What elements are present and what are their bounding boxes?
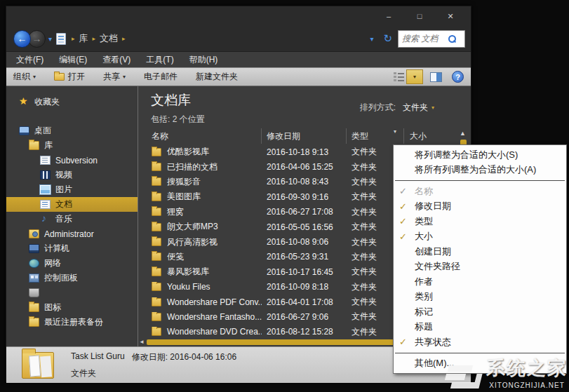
sidebar-item[interactable]: 音乐 bbox=[6, 212, 138, 227]
toolbar-button-label: 电子邮件 bbox=[144, 71, 178, 83]
file-name: 暴风影视库 bbox=[167, 266, 209, 278]
list-view-icon[interactable] bbox=[394, 72, 405, 81]
context-menu-item-label: 文件夹路径 bbox=[415, 260, 460, 273]
panel-icon bbox=[29, 273, 39, 283]
context-menu-item[interactable]: ✓ 文件夹路径 bbox=[394, 259, 566, 275]
arrange-by-value[interactable]: 文件夹 bbox=[403, 102, 428, 114]
sidebar-item-label: Subversion bbox=[55, 156, 98, 165]
sidebar-item[interactable]: 控制面板 bbox=[6, 271, 138, 285]
search-input[interactable] bbox=[402, 34, 448, 43]
sidebar-item[interactable] bbox=[6, 285, 138, 300]
sidebar-item[interactable]: 最近注册表备份 bbox=[6, 315, 138, 330]
toolbar-button[interactable]: 新建文件夹 ▾ bbox=[196, 71, 238, 83]
scrollbar-left-icon[interactable]: ◄ bbox=[139, 339, 145, 345]
file-modified-date: 2016-09-30 9:16 bbox=[262, 192, 347, 202]
breadcrumb[interactable]: ▸库▸文档▸ bbox=[69, 32, 367, 45]
sidebar-item-label: 音乐 bbox=[55, 213, 72, 225]
file-modified-date: 2016-10-08 8:43 bbox=[262, 177, 347, 187]
document-icon bbox=[40, 200, 51, 209]
sidebar-item-label: 最近注册表备份 bbox=[44, 316, 103, 328]
context-menu-item-label: 大小 bbox=[415, 230, 433, 243]
address-dropdown-icon[interactable]: ▾ bbox=[370, 35, 373, 43]
toolbar-button[interactable]: 共享 ▾ bbox=[103, 71, 126, 83]
toolbar-button-label: 新建文件夹 bbox=[196, 71, 238, 83]
menu-item[interactable]: 帮助(H) bbox=[189, 54, 218, 66]
scrollbar-up-icon[interactable]: ▲ bbox=[460, 130, 466, 137]
help-icon[interactable]: ? bbox=[452, 71, 464, 83]
sidebar-item[interactable]: 桌面 bbox=[6, 123, 138, 138]
file-modified-date: 2016-10-17 16:45 bbox=[262, 267, 347, 277]
chevron-down-icon: ▾ bbox=[431, 104, 434, 111]
toolbar-button-label: 组织 bbox=[13, 71, 30, 83]
context-menu-item[interactable]: ✓ 大小 bbox=[394, 229, 566, 245]
context-menu-item[interactable]: ✓ 修改日期 bbox=[394, 199, 566, 215]
file-name: 搜狐影音 bbox=[167, 176, 201, 188]
close-button[interactable]: ✕ bbox=[440, 11, 461, 22]
file-modified-date: 2016-04-01 17:08 bbox=[262, 297, 347, 307]
view-options-dropdown[interactable]: ▾ bbox=[406, 69, 423, 84]
crumb-arrow-icon: ▸ bbox=[72, 35, 75, 42]
sidebar-item[interactable]: 图标 bbox=[6, 300, 138, 315]
back-button[interactable]: ← bbox=[13, 30, 31, 48]
preview-pane-icon[interactable] bbox=[430, 72, 442, 82]
library-icon bbox=[29, 141, 39, 150]
toolbar-button[interactable]: 组织 ▾ bbox=[13, 71, 36, 83]
context-menu-item[interactable]: ✓ 创建日期 bbox=[394, 244, 566, 259]
menu-item[interactable]: 工具(T) bbox=[146, 54, 173, 66]
check-icon: ✓ bbox=[399, 165, 415, 175]
folder-icon bbox=[29, 303, 39, 312]
folder-open-icon bbox=[54, 73, 65, 81]
toolbar-button[interactable]: 电子邮件 ▾ bbox=[144, 71, 178, 83]
context-menu-item[interactable]: ✓ 标题 bbox=[394, 320, 566, 335]
context-menu-item[interactable]: ✓ 类别 bbox=[394, 290, 566, 305]
sidebar-item[interactable]: 图片 bbox=[6, 182, 138, 197]
sidebar-item[interactable]: Subversion bbox=[6, 153, 138, 168]
menu-item[interactable]: 查看(V) bbox=[102, 54, 130, 66]
context-menu-item[interactable]: ✓ 作者 bbox=[394, 274, 566, 290]
file-name: 朗文大师MP3 bbox=[167, 221, 218, 233]
sidebar-item[interactable]: 视频 bbox=[6, 168, 138, 182]
file-modified-date: 2016-10-18 9:13 bbox=[262, 147, 347, 157]
search-box[interactable] bbox=[398, 30, 465, 48]
title-bar[interactable]: – □ ✕ bbox=[6, 6, 471, 26]
column-header-size[interactable]: 大小 bbox=[404, 128, 446, 144]
context-menu-item[interactable]: ✓ 类型 bbox=[394, 214, 566, 229]
menu-item[interactable]: 编辑(E) bbox=[59, 54, 87, 66]
context-menu-item[interactable]: ✓ 将所有列调整为合适的大小(A) bbox=[394, 163, 566, 178]
folder-icon bbox=[152, 177, 161, 186]
history-dropdown-icon[interactable]: ▾ bbox=[48, 35, 52, 43]
sidebar-item[interactable]: 库 bbox=[6, 138, 138, 153]
refresh-icon[interactable]: ↻ bbox=[383, 32, 392, 45]
context-menu-item-label: 将列调整为合适的大小(S) bbox=[415, 149, 518, 161]
sidebar-item-label: 库 bbox=[44, 140, 53, 151]
sidebar-item[interactable]: 收藏夹 bbox=[6, 95, 138, 109]
user-icon bbox=[29, 229, 39, 238]
sidebar-item[interactable]: 网络 bbox=[6, 256, 138, 271]
status-item-name: Task List Guru bbox=[71, 351, 125, 363]
context-menu-item[interactable]: ✓ 共享状态 bbox=[394, 334, 566, 350]
column-header-name[interactable]: 名称 bbox=[138, 128, 262, 144]
sidebar-item[interactable]: 文档 bbox=[6, 197, 138, 212]
folder-icon bbox=[152, 327, 161, 336]
breadcrumb-item[interactable]: 文档 bbox=[100, 32, 118, 45]
search-icon[interactable] bbox=[448, 35, 455, 42]
library-subtitle: 包括: 2 个位置 bbox=[151, 114, 471, 126]
context-menu-item[interactable]: ✓ 名称 bbox=[394, 184, 566, 199]
sidebar-item[interactable]: 计算机 bbox=[6, 241, 138, 256]
context-menu-item[interactable]: ✓ 将列调整为合适的大小(S) bbox=[394, 147, 566, 163]
breadcrumb-item[interactable]: 库 bbox=[79, 32, 88, 45]
menu-item[interactable]: 文件(F) bbox=[16, 54, 43, 66]
context-menu-item-label: 类型 bbox=[415, 215, 433, 228]
sidebar-item-label: 控制面板 bbox=[44, 272, 78, 284]
maximize-button[interactable]: □ bbox=[409, 11, 430, 22]
sidebar-item[interactable]: Administrator bbox=[6, 227, 138, 241]
column-header-type[interactable]: 类型 ▾ bbox=[347, 128, 404, 144]
column-header-date[interactable]: 修改日期 bbox=[262, 128, 347, 144]
arrange-by-control[interactable]: 排列方式: 文件夹 ▾ bbox=[360, 102, 434, 114]
folder-icon bbox=[152, 252, 161, 261]
check-icon: ✓ bbox=[399, 246, 415, 257]
toolbar-button[interactable]: 打开 ▾ bbox=[54, 71, 85, 83]
context-menu-item[interactable]: ✓ 标记 bbox=[394, 304, 566, 320]
minimize-button[interactable]: – bbox=[378, 11, 399, 22]
file-modified-date: 2016-05-23 9:31 bbox=[262, 252, 347, 262]
